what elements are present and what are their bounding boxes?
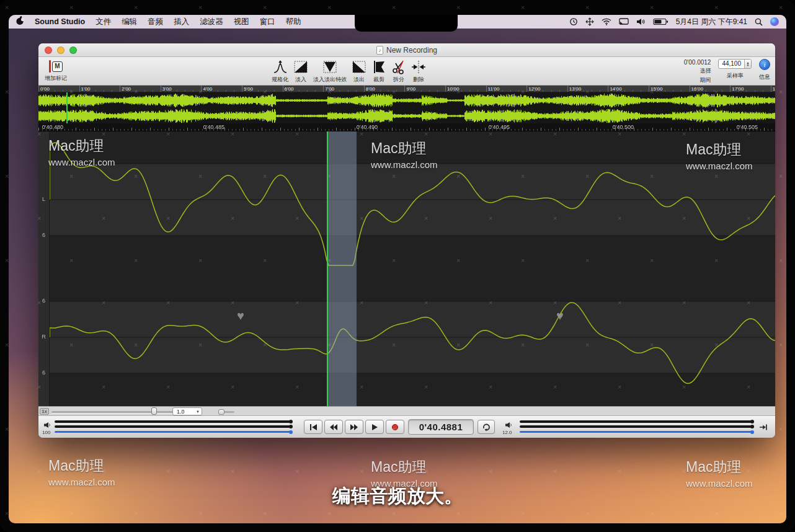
fade-in-out-icon <box>322 60 337 74</box>
delete-button[interactable]: 删除 <box>411 60 426 84</box>
overview-playhead[interactable] <box>66 92 68 123</box>
right-volume-value: 12.0 <box>502 430 512 435</box>
overview-ruler-label: 18 <box>773 86 775 92</box>
selection-info: 0'00.0012 选择 期间 <box>684 59 711 84</box>
split-button[interactable]: 拆分 <box>391 60 406 84</box>
skip-to-start-button[interactable] <box>304 420 322 434</box>
menu-item-filter[interactable]: 滤波器 <box>200 17 223 27</box>
selection-region[interactable] <box>327 131 357 406</box>
fade-out-button[interactable]: 淡出 <box>352 60 366 84</box>
add-marker-label: 增加标记 <box>45 74 67 82</box>
fast-forward-button[interactable] <box>345 420 363 434</box>
overview-ruler-label: 8'00 <box>366 86 375 92</box>
move-icon[interactable] <box>585 17 594 26</box>
loop-button[interactable] <box>477 420 495 434</box>
overview-ruler-label: 1'00 <box>81 86 91 92</box>
zoom-level-badge[interactable]: 1x <box>40 408 49 415</box>
right-left-channel-slider[interactable] <box>520 420 753 423</box>
menu-item-audio[interactable]: 音频 <box>148 17 163 27</box>
channel-label: 6 <box>38 370 49 376</box>
overview-ruler-label: 5'00 <box>244 86 253 92</box>
wave-canvas-area[interactable]: ♥ ♥ <box>50 131 775 406</box>
menu-item-view[interactable]: 视图 <box>234 17 249 27</box>
zoom-ruler-label: 0'40.505 <box>737 124 758 130</box>
channel-label: 6 <box>38 298 49 304</box>
right-right-channel-slider[interactable] <box>520 425 753 428</box>
siri-icon[interactable] <box>770 17 779 26</box>
zoom-ruler-label: 0'40.490 <box>357 124 378 130</box>
play-button[interactable] <box>365 420 384 434</box>
speed-value: 1.0 <box>173 409 196 415</box>
channel-label: 6 <box>38 232 49 238</box>
playhead[interactable] <box>327 131 328 406</box>
normalize-icon <box>273 60 288 74</box>
overview-ruler-label: 4'00 <box>203 86 212 92</box>
sample-rate-label: 采样率 <box>727 72 744 80</box>
waveform-svg <box>50 131 775 406</box>
left-volume-value: 100 <box>42 430 50 435</box>
selection-value: 0'00.0012 <box>684 59 711 66</box>
menubar-clock[interactable]: 5月4日 周六 下午9:41 <box>676 17 747 27</box>
info-label: 信息 <box>759 73 770 81</box>
sample-rate-stepper[interactable]: 44,100 ▲▼ <box>718 59 752 69</box>
display-mirroring-icon[interactable] <box>619 18 629 25</box>
stepper-arrows-icon[interactable]: ▲▼ <box>744 60 751 68</box>
overview-ruler-label: 14'00 <box>610 86 621 92</box>
right-progress-slider[interactable] <box>520 431 753 433</box>
info-button[interactable]: i <box>759 59 770 70</box>
overview-ruler: 0'001'002'003'004'005'006'007'008'009'00… <box>38 86 775 92</box>
zoom-ruler-label: 0'40.485 <box>203 124 224 130</box>
left-channel-slider[interactable] <box>55 420 291 423</box>
toolbar: M 增加标记 规格化 淡入 淡入淡出特效 <box>38 57 775 86</box>
menu-item-edit[interactable]: 编辑 <box>122 17 137 27</box>
selection-label: 选择 <box>684 67 711 75</box>
menu-item-window[interactable]: 窗口 <box>260 17 275 27</box>
apple-menu-icon[interactable] <box>16 16 24 27</box>
right-volume-sliders[interactable] <box>520 420 753 435</box>
mini-slider-thumb[interactable] <box>218 409 224 415</box>
overview-section[interactable] <box>38 92 775 123</box>
channel-label: R <box>38 334 49 340</box>
rewind-icon <box>329 423 338 431</box>
left-progress-slider[interactable] <box>55 431 291 433</box>
fade-out-icon <box>352 60 366 74</box>
menu-item-help[interactable]: 帮助 <box>286 17 301 27</box>
overview-ruler-label: 2'00 <box>122 86 131 92</box>
menubar-app-name[interactable]: Sound Studio <box>35 17 85 26</box>
menu-item-file[interactable]: 文件 <box>95 17 111 27</box>
wifi-icon[interactable] <box>602 18 611 25</box>
overview-ruler-label: 7'00 <box>325 86 334 92</box>
record-button[interactable] <box>386 420 404 434</box>
search-icon[interactable] <box>755 18 763 26</box>
volume-icon[interactable] <box>636 18 646 25</box>
play-icon <box>371 423 378 431</box>
speed-select[interactable]: 1.0 ▼ <box>172 407 202 415</box>
overview-ruler-label: 13'00 <box>569 86 581 92</box>
camera-notch <box>355 15 458 32</box>
heart-watermark-icon: ♥ <box>556 309 564 323</box>
duration-label: 期间 <box>684 76 711 84</box>
record-icon <box>391 423 399 431</box>
time-display: 0'40.4881 <box>408 419 474 435</box>
jump-to-end-icon[interactable] <box>759 422 767 433</box>
time-machine-icon[interactable] <box>569 17 578 26</box>
fade-in-out-button[interactable]: 淡入淡出特效 <box>313 60 347 84</box>
left-volume-sliders[interactable] <box>55 420 291 435</box>
menu-item-insert[interactable]: 插入 <box>174 17 189 27</box>
macbook-screen: Sound Studio 文件 编辑 音频 插入 滤波器 视图 窗口 帮助 <box>0 0 795 532</box>
normalize-button[interactable]: 规格化 <box>272 60 288 84</box>
overview-ruler-label: 12'00 <box>528 86 540 92</box>
right-channel-slider[interactable] <box>55 425 291 428</box>
rewind-button[interactable] <box>324 420 343 434</box>
skip-start-icon <box>309 423 318 431</box>
fade-in-button[interactable]: 淡入 <box>293 60 308 84</box>
crop-button[interactable]: 裁剪 <box>371 60 386 84</box>
overview-ruler-label: 17'00 <box>732 86 744 92</box>
battery-icon[interactable] <box>653 18 668 25</box>
zoom-bar: 1x 1.0 ▼ <box>38 406 775 416</box>
sound-studio-window: ♪ New Recording M 增加标记 规格化 <box>38 43 775 438</box>
zoom-slider-thumb[interactable] <box>151 407 157 415</box>
document-icon: ♪ <box>376 46 383 55</box>
overview-waveform[interactable] <box>38 92 775 123</box>
add-marker-button[interactable]: M 增加标记 <box>45 60 67 82</box>
